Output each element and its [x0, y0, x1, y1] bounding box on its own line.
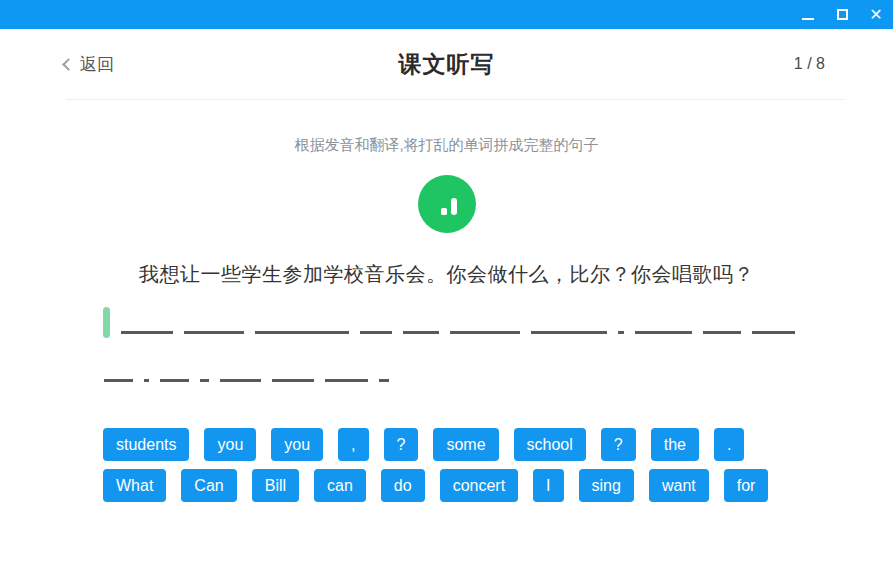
- answer-blank: [635, 307, 692, 334]
- close-icon: ✕: [869, 7, 882, 23]
- word-button[interactable]: ?: [601, 428, 636, 461]
- translation-sentence: 我想让一些学生参加学校音乐会。你会做什么，比尔？你会唱歌吗？: [0, 261, 893, 288]
- word-button[interactable]: want: [649, 469, 709, 502]
- answer-blank: [325, 355, 368, 382]
- word-button[interactable]: ,: [338, 428, 368, 461]
- word-button[interactable]: you: [204, 428, 256, 461]
- word-button[interactable]: school: [514, 428, 586, 461]
- word-button[interactable]: .: [714, 428, 744, 461]
- page-indicator: 1 / 8: [794, 55, 825, 73]
- answer-blank: [144, 355, 149, 382]
- word-button[interactable]: I: [533, 469, 563, 502]
- maximize-button[interactable]: [825, 0, 859, 29]
- answer-blank: [752, 307, 795, 334]
- answer-blank: [379, 355, 389, 382]
- word-button[interactable]: do: [381, 469, 425, 502]
- word-button[interactable]: students: [103, 428, 189, 461]
- minimize-icon: [802, 18, 814, 20]
- word-bank-row: WhatCanBillcandoconcertIsingwantfor: [103, 469, 813, 502]
- answer-row: [104, 307, 803, 334]
- window-titlebar: ✕: [0, 0, 893, 29]
- answer-blanks-area: [104, 307, 803, 382]
- answer-blank: [121, 307, 173, 334]
- maximize-icon: [837, 9, 848, 20]
- word-button[interactable]: Can: [181, 469, 236, 502]
- answer-blank: [403, 307, 439, 334]
- answer-blank: [184, 307, 244, 334]
- word-button[interactable]: the: [651, 428, 699, 461]
- answer-blank: [255, 307, 349, 334]
- page-title: 课文听写: [0, 49, 893, 80]
- word-button[interactable]: for: [724, 469, 769, 502]
- play-audio-button[interactable]: [418, 175, 476, 233]
- answer-blank: [200, 355, 209, 382]
- answer-blank: [618, 307, 624, 334]
- answer-row: [104, 355, 803, 382]
- answer-blank-with-cursor: [104, 307, 110, 334]
- answer-blank: [703, 307, 741, 334]
- word-button[interactable]: sing: [579, 469, 634, 502]
- answer-blank: [104, 355, 133, 382]
- answer-blank: [160, 355, 189, 382]
- header: 返回 课文听写 1 / 8: [0, 29, 893, 99]
- minimize-button[interactable]: [791, 0, 825, 29]
- instruction-text: 根据发音和翻译,将打乱的单词拼成完整的句子: [0, 136, 893, 155]
- word-button[interactable]: can: [314, 469, 366, 502]
- answer-blank: [360, 307, 392, 334]
- word-bank: studentsyouyou,?someschool?the.WhatCanBi…: [103, 428, 813, 502]
- word-bank-row: studentsyouyou,?someschool?the.: [103, 428, 813, 461]
- word-button[interactable]: some: [433, 428, 498, 461]
- answer-blank: [220, 355, 261, 382]
- answer-blank: [272, 355, 314, 382]
- close-button[interactable]: ✕: [859, 0, 893, 29]
- answer-blank: [450, 307, 520, 334]
- answer-blank: [531, 307, 607, 334]
- header-divider: [66, 99, 845, 100]
- word-button[interactable]: What: [103, 469, 166, 502]
- sound-wave-bars-icon: [418, 175, 476, 233]
- word-button[interactable]: you: [271, 428, 323, 461]
- word-button[interactable]: Bill: [252, 469, 299, 502]
- audio-button-wrap: [0, 175, 893, 233]
- word-button[interactable]: ?: [384, 428, 419, 461]
- word-button[interactable]: concert: [440, 469, 518, 502]
